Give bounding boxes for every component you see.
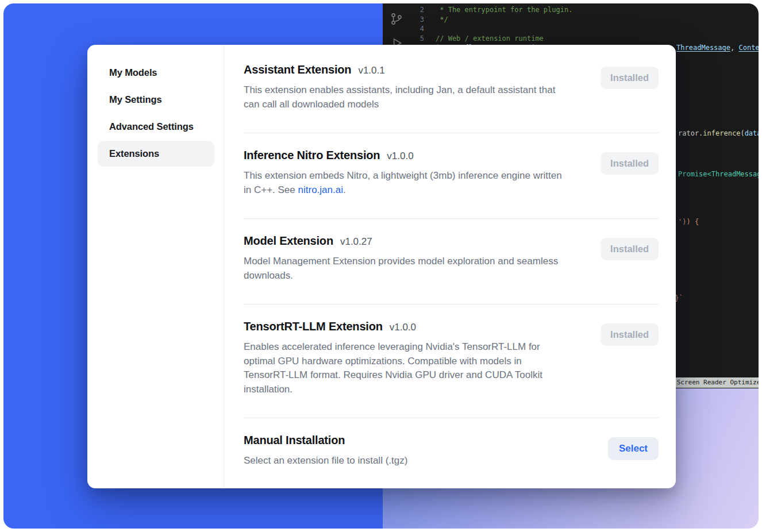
- desktop-stage: 2 * The entrypoint for the plugin. 3 */ …: [3, 3, 759, 529]
- extension-name: Model Extensionv1.0.27: [244, 234, 565, 248]
- line-number: 5: [409, 34, 436, 44]
- extension-description: This extension embeds Nitro, a lightweig…: [244, 169, 565, 197]
- extension-item: Model Extensionv1.0.27 Model Management …: [244, 219, 659, 304]
- sidebar-item-my-settings[interactable]: My Settings: [98, 87, 214, 113]
- installed-button[interactable]: Installed: [601, 152, 659, 175]
- extension-description: Enables accelerated inference leveraging…: [244, 340, 565, 396]
- installed-button[interactable]: Installed: [601, 67, 659, 89]
- extension-description: This extension enables assistants, inclu…: [244, 83, 565, 111]
- extension-name: Assistant Extensionv1.0.1: [244, 63, 565, 76]
- code-line: 4: [409, 24, 759, 34]
- sidebar-item-my-models[interactable]: My Models: [98, 60, 214, 86]
- extension-version: v1.0.0: [390, 322, 416, 333]
- code-fragment: ')) {: [678, 218, 699, 226]
- nitro-jan-ai-link[interactable]: nitro.jan.ai: [298, 184, 343, 195]
- line-number: 4: [409, 24, 436, 34]
- sidebar-item-advanced-settings[interactable]: Advanced Settings: [98, 114, 214, 140]
- settings-nav: My Models My Settings Advanced Settings …: [87, 45, 224, 488]
- extension-item: Assistant Extensionv1.0.1 This extension…: [244, 54, 659, 133]
- select-file-button[interactable]: Select: [608, 437, 659, 460]
- extension-description: Model Management Extension provides mode…: [244, 255, 565, 283]
- line-number: 2: [409, 5, 436, 15]
- installed-button[interactable]: Installed: [601, 323, 659, 346]
- manual-installation-title: Manual Installation: [244, 434, 407, 447]
- code-line: 2 * The entrypoint for the plugin.: [409, 5, 759, 15]
- extensions-list: Assistant Extensionv1.0.1 This extension…: [224, 45, 676, 488]
- source-control-icon[interactable]: [389, 11, 404, 26]
- screen-reader-optimized-badge[interactable]: Screen Reader Optimized: [672, 377, 759, 388]
- code-line: 3 */: [409, 15, 759, 25]
- manual-installation-section: Manual Installation Select an extension …: [244, 418, 659, 480]
- line-number: 3: [409, 15, 436, 25]
- extension-name: Inference Nitro Extensionv1.0.0: [244, 149, 565, 162]
- code-fragment: rator.inference(data));: [678, 129, 759, 137]
- settings-card: My Models My Settings Advanced Settings …: [87, 45, 676, 488]
- code-fragment: Promise<ThreadMessage>: [678, 170, 759, 178]
- sidebar-item-extensions[interactable]: Extensions: [98, 141, 214, 167]
- installed-button[interactable]: Installed: [601, 238, 659, 260]
- extension-version: v1.0.27: [340, 236, 372, 247]
- extension-item: Inference Nitro Extensionv1.0.0 This ext…: [244, 133, 659, 219]
- extension-version: v1.0.0: [387, 151, 413, 161]
- extension-name: TensortRT-LLM Extensionv1.0.0: [244, 320, 565, 333]
- manual-installation-description: Select an extension file to install (.tg…: [244, 454, 407, 468]
- extension-version: v1.0.1: [358, 65, 384, 76]
- code-line: 5 // Web / extension runtime: [409, 34, 759, 44]
- extension-item: TensortRT-LLM Extensionv1.0.0 Enables ac…: [244, 304, 659, 418]
